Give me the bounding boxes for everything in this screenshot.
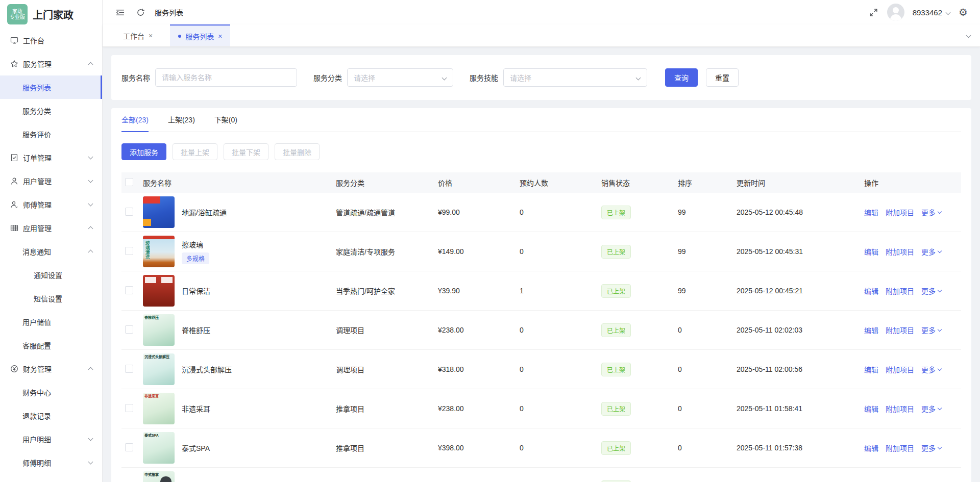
more-dropdown[interactable]: 更多	[921, 443, 942, 453]
row-checkbox[interactable]	[125, 404, 133, 412]
tab-service-list[interactable]: 服务列表 ×	[170, 24, 230, 46]
sidebar-item-service-list[interactable]: 服务列表	[0, 75, 102, 99]
order-doc-icon	[10, 154, 18, 162]
service-thumbnail: 泰式SPA	[143, 432, 175, 464]
addon-link[interactable]: 附加项目	[886, 325, 914, 335]
fullscreen-icon[interactable]	[869, 7, 879, 17]
sidebar-item-notify-settings[interactable]: 通知设置	[0, 263, 102, 287]
batch-off-shelf-button[interactable]: 批量下架	[224, 143, 268, 160]
sidebar-item-workbench[interactable]: 工作台	[0, 29, 102, 52]
service-name-input[interactable]	[155, 68, 297, 87]
batch-delete-button[interactable]: 批量删除	[275, 143, 320, 160]
service-sort: 99	[678, 287, 737, 295]
more-dropdown[interactable]: 更多	[921, 325, 942, 335]
service-thumbnail: 沉浸式头部解压	[143, 353, 175, 385]
tab-off-shelf[interactable]: 下架(0)	[214, 114, 237, 132]
service-name: 脊椎舒压	[182, 325, 210, 335]
more-dropdown[interactable]: 更多	[921, 403, 942, 414]
edit-link[interactable]: 编辑	[864, 325, 878, 335]
batch-on-shelf-button[interactable]: 批量上架	[173, 143, 217, 160]
service-bookings: 0	[520, 444, 601, 452]
menu-fold-icon[interactable]	[115, 7, 125, 17]
addon-link[interactable]: 附加项目	[886, 364, 914, 374]
sidebar-item-user-details[interactable]: 用户明细	[0, 427, 102, 451]
row-checkbox[interactable]	[125, 286, 133, 294]
close-icon[interactable]: ×	[218, 33, 222, 40]
col-bookings: 预约人数	[520, 177, 601, 188]
service-name: 擦玻璃	[182, 239, 209, 249]
sidebar-item-master-details[interactable]: 师傅明细	[0, 451, 102, 474]
select-placeholder: 请选择	[354, 72, 375, 83]
sidebar-item-service-mgmt[interactable]: 服务管理	[0, 52, 102, 75]
grid-icon	[10, 224, 18, 232]
more-dropdown[interactable]: 更多	[921, 246, 942, 257]
service-updated: 2025-05-12 00:45:21	[737, 287, 864, 295]
edit-link[interactable]: 编辑	[864, 364, 878, 374]
tab-workbench[interactable]: 工作台 ×	[115, 24, 161, 46]
tab-label: 服务列表	[185, 31, 214, 41]
more-dropdown[interactable]: 更多	[921, 207, 942, 217]
service-list-panel: 全部(23) 上架(23) 下架(0) 添加服务 批量上架 批量下架 批量删除 …	[111, 108, 971, 482]
sidebar-item-app-mgmt[interactable]: 应用管理	[0, 216, 102, 240]
sidebar-item-refund-records[interactable]: 退款记录	[0, 404, 102, 427]
chevron-down-icon	[938, 446, 942, 450]
sidebar-item-finance-mgmt[interactable]: 财务管理	[0, 357, 102, 380]
col-service-name: 服务名称	[143, 177, 336, 188]
refresh-icon[interactable]	[135, 7, 145, 17]
sidebar-item-renovation-mgmt[interactable]: 装修管理	[0, 474, 102, 482]
service-skill-select[interactable]: 请选择	[503, 68, 647, 87]
chevron-down-icon	[946, 10, 950, 15]
service-thumbnail: 玻璃清洗	[143, 236, 175, 267]
tab-on-shelf[interactable]: 上架(23)	[168, 114, 195, 132]
row-checkbox[interactable]	[125, 325, 133, 334]
sidebar-item-master-mgmt[interactable]: 师傅管理	[0, 193, 102, 216]
sidebar-item-customer-service-config[interactable]: 客服配置	[0, 334, 102, 357]
row-checkbox[interactable]	[125, 365, 133, 373]
addon-link[interactable]: 附加项目	[886, 246, 914, 257]
tabbar-dropdown[interactable]	[966, 24, 971, 46]
add-service-button[interactable]: 添加服务	[121, 143, 166, 160]
search-button[interactable]: 查询	[665, 68, 698, 87]
service-table: 服务名称 服务分类 价格 预约人数 销售状态 排序 更新时间 操作	[121, 172, 961, 482]
sidebar-item-sms-settings[interactable]: 短信设置	[0, 287, 102, 310]
sidebar-item-label: 用户管理	[23, 176, 52, 186]
edit-link[interactable]: 编辑	[864, 443, 878, 453]
more-dropdown[interactable]: 更多	[921, 286, 942, 296]
sidebar-item-service-review[interactable]: 服务评价	[0, 122, 102, 146]
chevron-down-icon	[442, 75, 447, 80]
chevron-up-icon	[88, 61, 93, 66]
more-dropdown[interactable]: 更多	[921, 364, 942, 374]
avatar[interactable]	[887, 4, 904, 21]
sidebar-item-user-stored-value[interactable]: 用户储值	[0, 310, 102, 334]
row-checkbox[interactable]	[125, 208, 133, 216]
select-all-checkbox[interactable]	[125, 178, 133, 186]
edit-link[interactable]: 编辑	[864, 286, 878, 296]
tab-all[interactable]: 全部(23)	[121, 114, 149, 132]
edit-link[interactable]: 编辑	[864, 246, 878, 257]
addon-link[interactable]: 附加项目	[886, 286, 914, 296]
sidebar-item-message-notify[interactable]: 消息通知	[0, 240, 102, 263]
sidebar-item-user-mgmt[interactable]: 用户管理	[0, 169, 102, 193]
sidebar-item-service-category[interactable]: 服务分类	[0, 99, 102, 122]
addon-link[interactable]: 附加项目	[886, 403, 914, 414]
row-checkbox[interactable]	[125, 247, 133, 255]
row-checkbox[interactable]	[125, 443, 133, 451]
worker-icon	[10, 200, 18, 209]
service-bookings: 0	[520, 365, 601, 373]
edit-link[interactable]: 编辑	[864, 207, 878, 217]
sidebar-item-label: 退款记录	[22, 411, 51, 421]
addon-link[interactable]: 附加项目	[886, 443, 914, 453]
edit-link[interactable]: 编辑	[864, 403, 878, 414]
sidebar-item-order-mgmt[interactable]: 订单管理	[0, 146, 102, 169]
reset-button[interactable]: 重置	[706, 68, 739, 87]
chevron-up-icon	[88, 366, 93, 371]
close-icon[interactable]: ×	[149, 32, 153, 39]
addon-link[interactable]: 附加项目	[886, 207, 914, 217]
service-category-select[interactable]: 请选择	[347, 68, 453, 87]
user-icon	[10, 177, 18, 185]
sidebar-item-finance-center[interactable]: 财务中心	[0, 380, 102, 404]
service-price: ¥238.00	[438, 404, 520, 413]
settings-gear-icon[interactable]: ⚙	[959, 7, 968, 17]
service-price: ¥149.00	[438, 247, 520, 256]
user-menu[interactable]: 8933462	[913, 8, 950, 17]
